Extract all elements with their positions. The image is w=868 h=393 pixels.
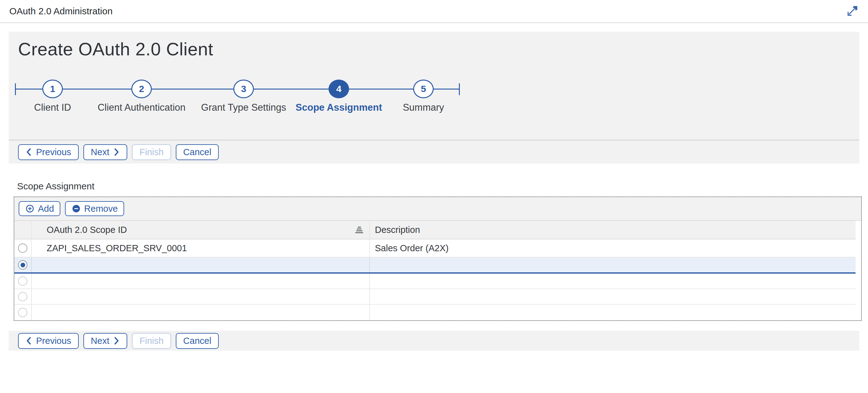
wizard-step-1-number: 1 <box>50 84 55 94</box>
cell-description <box>370 273 856 289</box>
wizard-step-1-label[interactable]: Client ID <box>34 102 71 113</box>
finish-button[interactable]: Finish <box>132 333 171 349</box>
section-title: Scope Assignment <box>17 181 859 192</box>
row-radio-button[interactable] <box>18 243 27 253</box>
window-header: OAuth 2.0 Administration <box>0 0 868 23</box>
row-radio-button[interactable] <box>18 292 27 301</box>
previous-button[interactable]: Previous <box>18 144 79 160</box>
table-row[interactable] <box>14 273 856 289</box>
remove-button[interactable]: Remove <box>65 201 124 216</box>
sort-ascending-icon[interactable] <box>355 227 363 233</box>
wizard-header-panel: Create OAuth 2.0 Client 1 2 3 4 5 Client… <box>9 32 859 140</box>
wizard-step-1-circle[interactable]: 1 <box>42 79 63 98</box>
table-row[interactable] <box>14 305 856 320</box>
cell-description <box>370 257 856 272</box>
window-title: OAuth 2.0 Administration <box>9 6 113 17</box>
remove-icon <box>71 204 81 214</box>
wizard-step-4-number: 4 <box>336 84 342 94</box>
wizard-step-3-number: 3 <box>241 84 246 94</box>
description-column-label: Description <box>375 225 420 235</box>
cancel-button-label: Cancel <box>183 336 211 346</box>
table-header-selection-cell <box>14 221 32 239</box>
add-button[interactable]: Add <box>19 201 60 216</box>
expand-button[interactable] <box>846 4 859 18</box>
cell-scope-id <box>32 305 370 320</box>
chevron-left-icon <box>26 336 32 345</box>
oauth-admin-page: OAuth 2.0 Administration Create OAuth 2.… <box>0 0 868 393</box>
previous-button-label: Previous <box>36 336 71 346</box>
row-radio-button[interactable] <box>18 308 27 317</box>
cancel-button[interactable]: Cancel <box>176 144 219 160</box>
cell-description: Sales Order (A2X) <box>370 239 856 257</box>
next-button[interactable]: Next <box>83 333 128 349</box>
wizard-step-3-circle[interactable]: 3 <box>233 79 254 98</box>
step-content: Scope Assignment Add Remove <box>9 164 859 321</box>
next-button-label: Next <box>91 336 110 346</box>
table-row-selected[interactable] <box>14 257 856 273</box>
finish-button-label: Finish <box>140 147 163 157</box>
chevron-right-icon <box>113 148 120 156</box>
cancel-button-label: Cancel <box>183 147 211 157</box>
chevron-left-icon <box>26 148 32 156</box>
next-button-label: Next <box>91 147 110 157</box>
wizard-step-5-circle[interactable]: 5 <box>413 79 434 98</box>
previous-button-label: Previous <box>36 147 71 157</box>
table-row[interactable] <box>14 289 856 305</box>
row-selection-cell <box>14 273 32 289</box>
wizard-step-5-label[interactable]: Summary <box>403 102 444 113</box>
main-area: Create OAuth 2.0 Client 1 2 3 4 5 Client… <box>9 32 859 351</box>
wizard-step-2-circle[interactable]: 2 <box>131 79 152 98</box>
wizard-toolbar-top: Previous Next Finish Cancel <box>9 140 859 164</box>
cell-scope-id <box>32 289 370 304</box>
row-radio-button-checked[interactable] <box>18 260 27 269</box>
remove-button-label: Remove <box>84 204 118 214</box>
add-icon <box>25 204 35 214</box>
table-header-scope-id[interactable]: OAuth 2.0 Scope ID <box>32 221 370 239</box>
table-row[interactable]: ZAPI_SALES_ORDER_SRV_0001 Sales Order (A… <box>14 239 856 257</box>
row-selection-cell <box>14 289 32 304</box>
row-selection-cell <box>14 305 32 320</box>
row-selection-cell <box>14 257 32 272</box>
scope-id-column-label: OAuth 2.0 Scope ID <box>46 225 127 235</box>
wizard-toolbar-bottom: Previous Next Finish Cancel <box>9 331 859 351</box>
cell-description <box>370 305 856 320</box>
wizard-step-5-number: 5 <box>421 84 426 94</box>
cell-description <box>370 289 856 304</box>
wizard-step-2-label[interactable]: Client Authentication <box>98 102 186 113</box>
cell-scope-id: ZAPI_SALES_ORDER_SRV_0001 <box>32 239 370 257</box>
row-selection-cell <box>14 239 32 257</box>
table-header-description[interactable]: Description <box>370 221 856 239</box>
add-button-label: Add <box>38 204 54 214</box>
row-radio-button[interactable] <box>18 276 27 286</box>
wizard-track-end-tick <box>459 83 460 95</box>
wizard-step-3-label[interactable]: Grant Type Settings <box>201 102 286 113</box>
scope-table-toolbar: Add Remove <box>14 197 861 221</box>
wizard-step-4-label[interactable]: Scope Assignment <box>296 102 382 113</box>
chevron-right-icon <box>113 336 120 345</box>
wizard-step-2-number: 2 <box>139 84 144 94</box>
cell-scope-id <box>32 257 370 272</box>
cancel-button[interactable]: Cancel <box>176 333 219 349</box>
table-header-row: OAuth 2.0 Scope ID Description <box>14 221 856 239</box>
wizard-track-start-tick <box>15 83 16 95</box>
finish-button-label: Finish <box>140 336 163 346</box>
previous-button[interactable]: Previous <box>18 333 79 349</box>
expand-icon <box>846 5 859 18</box>
scope-table: Add Remove OAuth 2.0 Scope ID <box>14 197 862 321</box>
finish-button[interactable]: Finish <box>132 144 171 160</box>
cell-scope-id <box>32 273 370 289</box>
wizard-step-4-circle[interactable]: 4 <box>329 79 349 98</box>
wizard-progress-bar: 1 2 3 4 5 Client ID Client Authenticatio… <box>9 32 859 140</box>
next-button[interactable]: Next <box>83 144 128 160</box>
